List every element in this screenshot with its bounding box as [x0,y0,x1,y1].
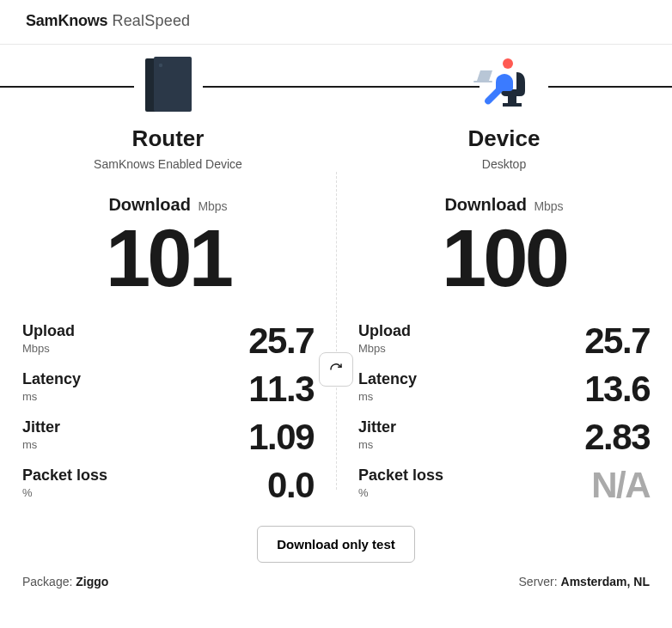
router-latency-row: Latency ms 11.3 [22,371,314,407]
router-upload-value: 25.7 [248,323,314,359]
router-packetloss-value: 0.0 [267,467,314,503]
router-packetloss-unit: % [22,486,107,499]
device-download-unit: Mbps [534,199,563,213]
device-latency-label: Latency [358,371,417,387]
package-info: Package: Ziggo [22,575,108,588]
svg-rect-4 [473,81,492,82]
router-packetloss-row: Packet loss % 0.0 [22,467,314,503]
router-download-value: 101 [22,218,314,299]
device-upload-value: 25.7 [584,323,650,359]
router-latency-label: Latency [22,371,81,387]
router-download-label-row: Download Mbps [22,195,314,215]
device-download-label-row: Download Mbps [358,195,650,215]
device-upload-unit: Mbps [358,342,411,355]
column-divider [336,172,337,490]
router-download-unit: Mbps [198,199,227,213]
device-packetloss-row: Packet loss % N/A [358,467,650,503]
router-upload-row: Upload Mbps 25.7 [22,323,314,359]
server-value: Amsterdam, NL [561,575,650,588]
device-latency-unit: ms [358,390,417,403]
logo-light: RealSpeed [112,12,190,30]
footer-meta: Package: Ziggo Server: Amsterdam, NL [0,563,672,588]
package-value: Ziggo [76,575,108,588]
device-jitter-value: 2.83 [584,419,650,455]
router-jitter-row: Jitter ms 1.09 [22,419,314,455]
device-download-value: 100 [358,218,650,299]
device-title: Device [358,125,650,152]
router-latency-unit: ms [22,390,81,403]
device-packetloss-label: Packet loss [358,467,443,483]
connection-diagram [0,45,672,120]
router-title: Router [22,125,314,152]
router-metrics: Upload Mbps 25.7 Latency ms 11.3 Jitter … [22,323,314,503]
footer-button-row: Download only test [0,526,672,563]
device-metrics: Upload Mbps 25.7 Latency ms 13.6 Jitter … [358,323,650,503]
svg-point-3 [503,58,513,69]
router-column: Router SamKnows Enabled Device Download … [0,120,336,515]
router-icon [0,57,336,113]
device-upload-row: Upload Mbps 25.7 [358,323,650,359]
device-latency-value: 13.6 [584,371,650,407]
refresh-icon [329,363,343,376]
device-jitter-row: Jitter ms 2.83 [358,419,650,455]
router-jitter-unit: ms [22,438,60,451]
server-info: Server: Amsterdam, NL [519,575,650,588]
device-subtitle: Desktop [358,157,650,171]
header: SamKnows RealSpeed [0,0,672,45]
router-latency-value: 11.3 [248,371,314,407]
svg-point-2 [158,64,162,67]
device-download-label: Download [444,195,527,214]
router-subtitle: SamKnows Enabled Device [22,157,314,171]
router-upload-label: Upload [22,323,75,338]
router-packetloss-label: Packet loss [22,467,107,483]
router-jitter-label: Jitter [22,419,60,435]
server-label: Server: [519,575,561,588]
device-jitter-label: Jitter [358,419,396,435]
person-at-desk-icon [336,57,672,115]
device-upload-label: Upload [358,323,411,338]
device-packetloss-value: N/A [591,467,650,503]
device-packetloss-unit: % [358,486,443,499]
logo-bold: SamKnows [26,12,107,30]
device-column: Device Desktop Download Mbps 100 Upload … [336,120,672,515]
device-latency-row: Latency ms 13.6 [358,371,650,407]
download-only-test-button[interactable]: Download only test [257,526,415,563]
package-label: Package: [22,575,76,588]
refresh-button[interactable] [319,352,353,387]
router-upload-unit: Mbps [22,342,75,355]
router-download-label: Download [108,195,191,214]
router-jitter-value: 1.09 [248,419,314,455]
device-jitter-unit: ms [358,438,396,451]
results-columns: Router SamKnows Enabled Device Download … [0,120,672,515]
